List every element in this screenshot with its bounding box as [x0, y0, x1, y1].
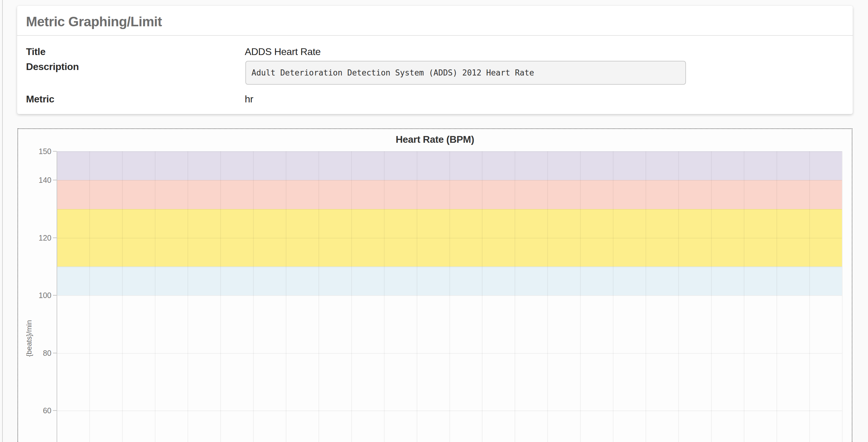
metric-graphing-limit-card: Metric Graphing/Limit Title ADDS Heart R…	[17, 6, 853, 114]
horizontal-gridline	[57, 295, 842, 296]
vertical-gridline	[286, 151, 286, 442]
vertical-gridline	[318, 151, 319, 442]
card-header-divider	[17, 35, 853, 36]
vertical-gridline	[155, 151, 155, 442]
y-axis-tick-label: 120	[18, 233, 52, 242]
vertical-gridline	[351, 151, 352, 442]
horizontal-gridline	[57, 267, 842, 267]
horizontal-gridline	[57, 180, 842, 181]
horizontal-gridline	[57, 151, 842, 152]
chart-plot-area: 1501401201008060	[18, 129, 852, 442]
y-axis-tick-label: 60	[18, 406, 52, 415]
vertical-gridline	[188, 151, 188, 442]
vertical-gridline	[547, 151, 548, 442]
vertical-gridline	[777, 151, 777, 442]
vertical-gridline	[515, 151, 515, 442]
chart-title: Heart Rate (BPM)	[18, 134, 852, 145]
y-axis-tick-mark	[53, 151, 57, 151]
y-axis-tick-label: 150	[18, 147, 52, 156]
horizontal-gridline	[57, 353, 842, 354]
y-axis-title: {beats}/min	[25, 320, 33, 357]
vertical-gridline	[482, 151, 483, 442]
y-axis-tick-label: 100	[18, 291, 52, 300]
vertical-gridline	[417, 151, 417, 442]
vertical-gridline	[711, 151, 712, 442]
page-left-border	[2, 0, 3, 442]
y-axis-tick-mark	[53, 410, 57, 411]
description-text: Adult Deterioration Detection System (AD…	[246, 68, 534, 77]
y-axis-tick-mark	[53, 353, 57, 353]
y-axis-tick-mark	[53, 180, 57, 180]
horizontal-gridline	[57, 410, 842, 411]
card-title: Metric Graphing/Limit	[26, 15, 162, 28]
heart-rate-chart-panel: 1501401201008060 Heart Rate (BPM) {beats…	[18, 128, 852, 442]
metric-field-label: Metric	[26, 94, 54, 105]
vertical-gridline	[613, 151, 614, 442]
title-field-label: Title	[26, 46, 45, 57]
card-header: Metric Graphing/Limit	[17, 6, 853, 35]
horizontal-gridline	[57, 238, 842, 238]
description-textbox[interactable]: Adult Deterioration Detection System (AD…	[245, 61, 686, 85]
y-axis-line	[57, 151, 57, 442]
vertical-gridline	[122, 151, 123, 442]
vertical-gridline	[842, 151, 843, 442]
vertical-gridline	[678, 151, 679, 442]
vertical-gridline	[809, 151, 810, 442]
y-axis-tick-label: 80	[18, 348, 52, 358]
metric-field-value: hr	[245, 94, 253, 105]
vertical-gridline	[580, 151, 581, 442]
description-field-label: Description	[26, 61, 79, 72]
vertical-gridline	[253, 151, 254, 442]
vertical-gridline	[646, 151, 646, 442]
vertical-gridline	[384, 151, 384, 442]
horizontal-gridline	[57, 209, 842, 210]
vertical-gridline	[744, 151, 744, 442]
y-axis-tick-mark	[53, 238, 57, 238]
title-field-value: ADDS Heart Rate	[245, 46, 321, 57]
y-axis-tick-label: 140	[18, 175, 52, 184]
vertical-gridline	[450, 151, 450, 442]
vertical-gridline	[220, 151, 221, 442]
y-axis-tick-mark	[53, 295, 57, 296]
vertical-gridline	[89, 151, 90, 442]
